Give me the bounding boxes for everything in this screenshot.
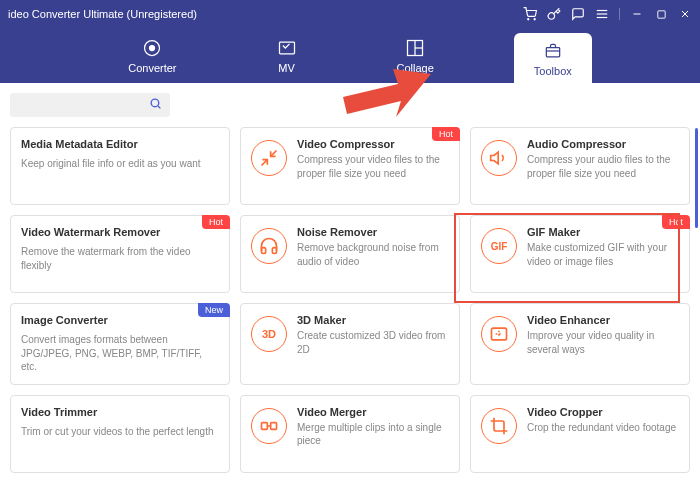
search-input[interactable] — [10, 93, 170, 117]
nav-collage[interactable]: Collage — [377, 32, 454, 80]
enhancer-icon — [481, 316, 517, 352]
hot-badge: Hot — [662, 215, 690, 229]
feedback-icon[interactable] — [571, 7, 585, 21]
hot-badge: Hot — [202, 215, 230, 229]
card-title: 3D Maker — [297, 314, 449, 326]
card-title: Audio Compressor — [527, 138, 679, 150]
svg-line-21 — [262, 160, 268, 166]
card-title: Video Merger — [297, 406, 449, 418]
compress-icon — [251, 140, 287, 176]
card-title: Video Cropper — [527, 406, 679, 418]
nav-mv[interactable]: MV — [257, 32, 317, 80]
card-title: GIF Maker — [527, 226, 679, 238]
3d-icon: 3D — [251, 316, 287, 352]
cart-icon[interactable] — [523, 7, 537, 21]
new-badge: New — [198, 303, 230, 317]
svg-rect-25 — [271, 422, 277, 429]
card-desc: Crop the redundant video footage — [527, 421, 679, 435]
svg-point-10 — [150, 45, 155, 50]
titlebar: ideo Converter Ultimate (Unregistered) — [0, 0, 700, 28]
card-desc: Make customized GIF with your video or i… — [527, 241, 679, 268]
svg-rect-11 — [279, 42, 294, 54]
mv-icon — [277, 38, 297, 58]
card-desc: Trim or cut your videos to the perfect l… — [21, 425, 219, 439]
svg-rect-6 — [657, 10, 664, 17]
card-noise-remover[interactable]: Noise Remover Remove background noise fr… — [240, 215, 460, 293]
collage-icon — [405, 38, 425, 58]
hot-badge: Hot — [432, 127, 460, 141]
merger-icon — [251, 408, 287, 444]
nav-toolbox[interactable]: Toolbox — [514, 33, 592, 87]
svg-marker-22 — [491, 152, 499, 164]
card-desc: Remove the watermark from the video flex… — [21, 245, 219, 272]
card-title: Video Enhancer — [527, 314, 679, 326]
titlebar-controls — [523, 7, 692, 21]
card-gif-maker[interactable]: Hot GIF GIF Maker Make customized GIF wi… — [470, 215, 690, 293]
card-title: Noise Remover — [297, 226, 449, 238]
converter-icon — [142, 38, 162, 58]
nav-label: MV — [278, 62, 295, 74]
card-desc: Convert images formats between JPG/JPEG,… — [21, 333, 219, 374]
tool-grid: Media Metadata Editor Keep original file… — [10, 127, 690, 473]
svg-rect-15 — [546, 47, 559, 56]
card-desc: Merge multiple clips into a single piece — [297, 421, 449, 448]
svg-point-18 — [151, 99, 159, 107]
key-icon[interactable] — [547, 7, 561, 21]
main-nav: Converter MV Collage Toolbox — [0, 28, 700, 83]
minimize-icon[interactable] — [630, 7, 644, 21]
toolbox-icon — [543, 41, 563, 61]
card-watermark-remover[interactable]: Hot Video Watermark Remover Remove the w… — [10, 215, 230, 293]
card-desc: Remove background noise from audio of vi… — [297, 241, 449, 268]
card-desc: Keep original file info or edit as you w… — [21, 157, 219, 171]
card-image-converter[interactable]: New Image Converter Convert images forma… — [10, 303, 230, 385]
card-video-enhancer[interactable]: Video Enhancer Improve your video qualit… — [470, 303, 690, 385]
card-desc: Create customized 3D video from 2D — [297, 329, 449, 356]
card-desc: Improve your video quality in several wa… — [527, 329, 679, 356]
card-title: Video Watermark Remover — [21, 226, 219, 238]
card-audio-compressor[interactable]: Audio Compressor Compress your audio fil… — [470, 127, 690, 205]
svg-line-20 — [271, 151, 277, 157]
nav-converter[interactable]: Converter — [108, 32, 196, 80]
card-desc: Compress your audio files to the proper … — [527, 153, 679, 180]
svg-point-0 — [528, 19, 529, 20]
card-media-metadata[interactable]: Media Metadata Editor Keep original file… — [10, 127, 230, 205]
noise-icon — [251, 228, 287, 264]
gif-icon: GIF — [481, 228, 517, 264]
card-video-cropper[interactable]: Video Cropper Crop the redundant video f… — [470, 395, 690, 473]
card-video-trimmer[interactable]: Video Trimmer Trim or cut your videos to… — [10, 395, 230, 473]
svg-line-19 — [158, 106, 160, 108]
card-title: Image Converter — [21, 314, 219, 326]
svg-rect-24 — [262, 422, 268, 429]
search-icon — [149, 96, 162, 114]
nav-label: Collage — [397, 62, 434, 74]
audio-compress-icon — [481, 140, 517, 176]
cropper-icon — [481, 408, 517, 444]
card-title: Media Metadata Editor — [21, 138, 219, 150]
app-title: ideo Converter Ultimate (Unregistered) — [8, 8, 197, 20]
card-3d-maker[interactable]: 3D 3D Maker Create customized 3D video f… — [240, 303, 460, 385]
nav-label: Converter — [128, 62, 176, 74]
svg-point-1 — [534, 19, 535, 20]
card-video-merger[interactable]: Video Merger Merge multiple clips into a… — [240, 395, 460, 473]
separator — [619, 8, 620, 20]
card-desc: Compress your video files to the proper … — [297, 153, 449, 180]
maximize-icon[interactable] — [654, 7, 668, 21]
card-title: Video Trimmer — [21, 406, 219, 418]
scrollbar-thumb[interactable] — [695, 128, 698, 228]
nav-label: Toolbox — [534, 65, 572, 77]
card-video-compressor[interactable]: Hot Video Compressor Compress your video… — [240, 127, 460, 205]
menu-icon[interactable] — [595, 7, 609, 21]
content-area: Media Metadata Editor Keep original file… — [0, 83, 700, 500]
titlebar-left: ideo Converter Ultimate (Unregistered) — [8, 8, 197, 20]
card-title: Video Compressor — [297, 138, 449, 150]
close-icon[interactable] — [678, 7, 692, 21]
